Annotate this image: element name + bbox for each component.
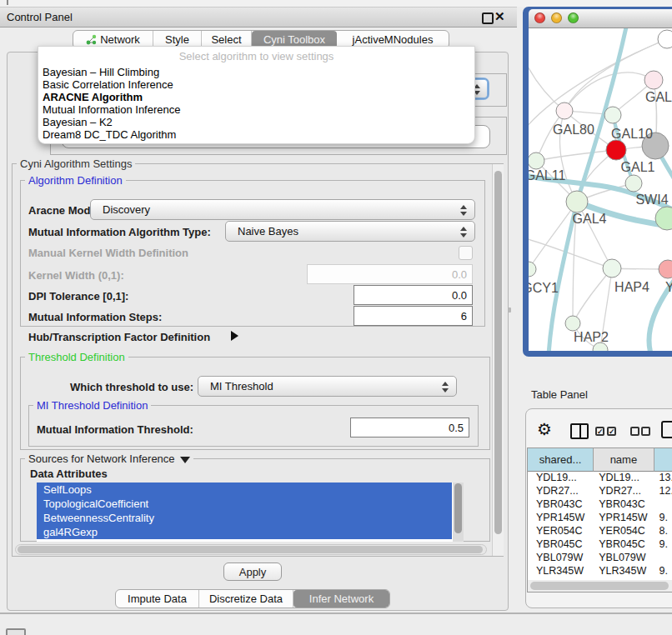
close-traffic-icon[interactable] (534, 12, 545, 23)
kernel-width-field[interactable]: 0.0 (307, 264, 473, 284)
mi-steps-label: Mutual Information Steps: (28, 311, 162, 323)
settings-vscrollbar[interactable] (492, 164, 504, 556)
bottom-tabbar: Impute DataDiscretize DataInfer Network (115, 589, 390, 608)
gear-icon[interactable]: ⚙ (537, 419, 552, 439)
table-row[interactable]: YPR145WYPR145W9. (528, 512, 672, 525)
network-node-swi4[interactable] (625, 175, 642, 192)
expand-arrow-icon[interactable] (231, 331, 238, 341)
table-row[interactable]: YER054CYER054C8. (528, 525, 672, 538)
network-node-hap2[interactable] (565, 316, 580, 331)
network-node-gal80[interactable] (556, 102, 573, 119)
column-header-extra[interactable] (654, 448, 672, 472)
algorithm-option-mutual-information-inference[interactable]: Mutual Information Inference (38, 103, 474, 116)
tab-impute-data[interactable]: Impute Data (116, 590, 199, 608)
top-strip (0, 0, 672, 7)
settings-hscrollbar-thumb[interactable] (18, 546, 483, 553)
minimize-traffic-icon[interactable] (551, 12, 562, 23)
algorithm-option-bayesian-hill-climbing[interactable]: Bayesian – Hill Climbing (38, 66, 474, 78)
attribute-item-topologicalcoefficient[interactable]: TopologicalCoefficient (37, 497, 452, 511)
checked-checkbox-icon[interactable]: ✓ (607, 427, 616, 436)
column-header-shared[interactable]: shared... (528, 448, 594, 472)
unchecked-checkbox-icon[interactable] (630, 427, 639, 436)
attribute-item-betweennesscentrality[interactable]: BetweennessCentrality (37, 511, 452, 525)
network-node-hap4[interactable] (603, 259, 621, 278)
attribute-item-selfloops[interactable]: SelfLoops (37, 482, 452, 497)
sources-legend[interactable]: Sources for Network Inference (25, 452, 193, 465)
network-node-gal4[interactable] (566, 191, 588, 212)
close-icon[interactable]: ✕ (494, 9, 505, 24)
table-cell (654, 552, 672, 565)
column-header-name[interactable]: name (594, 448, 654, 472)
table-cell: YBL079W (594, 552, 654, 565)
network-edge[interactable] (529, 238, 612, 268)
mi-threshold-field[interactable]: 0.5 (350, 418, 469, 438)
panel-icon[interactable] (661, 421, 672, 438)
split-view-icon[interactable] (570, 423, 589, 439)
algorithm-option-aracne-algorithm[interactable]: ARACNE Algorithm (38, 91, 474, 103)
which-threshold-combo[interactable]: MI Threshold (198, 376, 457, 397)
attributes-vscrollbar[interactable] (453, 482, 464, 542)
table-row[interactable]: YBR043CYBR043C (528, 498, 672, 512)
table-cell: YDL19... (594, 472, 654, 485)
node-label-gal80: GAL80 (553, 122, 594, 137)
tab-label: Impute Data (128, 592, 187, 605)
network-node-y[interactable] (659, 260, 672, 278)
network-node-gal10[interactable] (604, 107, 621, 123)
settings-hscrollbar[interactable] (15, 544, 487, 555)
algorithm-dropdown-popup: Select algorithm to view settings Bayesi… (38, 46, 475, 144)
dpi-tolerance-field[interactable]: 0.0 (354, 285, 473, 305)
attribute-item-gal4rgexp[interactable]: gal4RGexp (37, 525, 452, 539)
table-row[interactable]: YDR27...YDR27...12... (528, 485, 672, 498)
tab-infer-network[interactable]: Infer Network (293, 590, 389, 608)
table-cell: YER054C (528, 525, 594, 538)
checked-checkbox-icon[interactable]: ✓ (595, 427, 604, 436)
data-attributes-list[interactable]: SelfLoopsTopologicalCoefficientBetweenne… (37, 482, 464, 542)
manual-kernel-checkbox[interactable] (459, 246, 473, 260)
table-cell: 8. (654, 525, 672, 538)
aracne-mode-combo[interactable]: Discovery (90, 199, 475, 220)
mi-type-combo[interactable]: Naive Bayes (225, 221, 475, 242)
float-window-icon[interactable] (482, 12, 494, 24)
top-edge-mark (7, 0, 8, 5)
collapse-arrow-icon[interactable] (180, 457, 190, 463)
network-edge[interactable] (529, 62, 564, 111)
network-window-titlebar[interactable] (529, 9, 672, 28)
attributes-vscrollbar-thumb[interactable] (454, 483, 462, 533)
table-hscrollbar-thumb[interactable] (530, 582, 669, 590)
network-node-gal[interactable] (644, 71, 663, 89)
data-attributes-label: Data Attributes (30, 468, 108, 480)
tab-discretize-data[interactable]: Discretize Data (199, 590, 293, 608)
table-row[interactable]: YLR345WYLR345W9. (528, 565, 672, 578)
kernel-width-label: Kernel Width (0,1): (28, 269, 124, 282)
table-row[interactable]: YBL079WYBL079W (528, 552, 672, 565)
dpi-tolerance-label: DPI Tolerance [0,1]: (28, 290, 128, 302)
network-node-gal11[interactable] (529, 152, 544, 169)
hub-definition-label[interactable]: Hub/Transcription Factor Definition (28, 331, 210, 343)
unchecked-checkbox-icon[interactable] (641, 427, 650, 436)
table-cell: YPR145W (528, 512, 594, 525)
apply-button[interactable]: Apply (223, 562, 282, 581)
algorithm-option-bayesian-k2[interactable]: Bayesian – K2 (38, 116, 474, 128)
node-label-gal11: GAL11 (529, 168, 565, 182)
bottom-left-button[interactable] (6, 628, 26, 635)
table-row[interactable]: YBR045CYBR045C9. (528, 538, 672, 552)
network-node-gal1[interactable] (606, 140, 626, 160)
panel-splitter-handle[interactable] (508, 308, 511, 312)
aracne-mode-value: Discovery (103, 203, 150, 216)
table-row[interactable]: YDL19...YDL19...13... (528, 472, 672, 485)
table-cell: YDL19... (528, 472, 594, 485)
network-view[interactable]: GALGAL80GAL10GAL1GAL11SWI4GAL4GCY1HAP4YH… (529, 28, 672, 351)
which-threshold-label: Which threshold to use: (70, 381, 193, 393)
table-cell: YER054C (594, 525, 654, 538)
node-label-gal10: GAL10 (611, 127, 653, 141)
algorithm-option-basic-correlation-inference[interactable]: Basic Correlation Inference (38, 78, 474, 91)
algorithm-option-dream8-dc-tdc-algorithm[interactable]: Dream8 DC_TDC Algorithm (38, 128, 474, 141)
network-edge[interactable] (573, 268, 612, 323)
network-icon (86, 34, 97, 45)
mi-steps-field[interactable]: 6 (354, 306, 473, 326)
network-canvas[interactable]: GALGAL80GAL10GAL1GAL11SWI4GAL4GCY1HAP4YH… (529, 28, 672, 351)
network-node-gcy1[interactable] (529, 262, 536, 277)
zoom-traffic-icon[interactable] (568, 12, 579, 23)
network-node[interactable] (658, 30, 672, 48)
settings-vscrollbar-thumb[interactable] (494, 171, 502, 534)
